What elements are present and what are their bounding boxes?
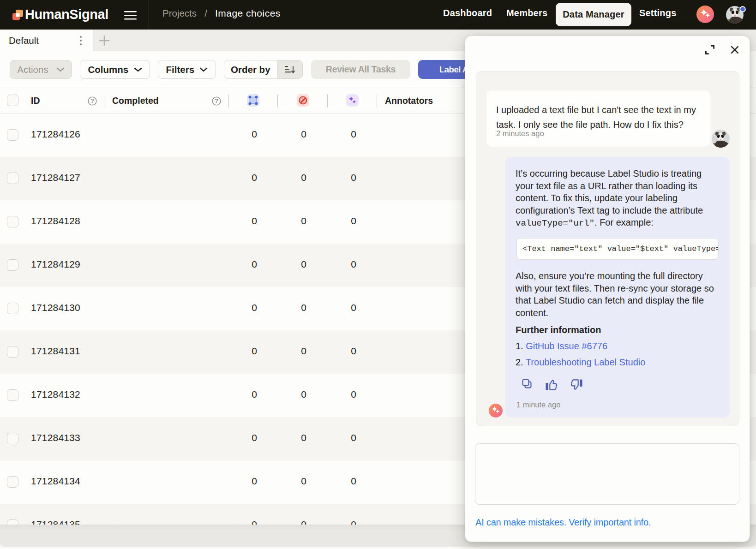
svg-text:?: ?: [215, 98, 218, 104]
svg-text:?: ?: [90, 98, 94, 104]
